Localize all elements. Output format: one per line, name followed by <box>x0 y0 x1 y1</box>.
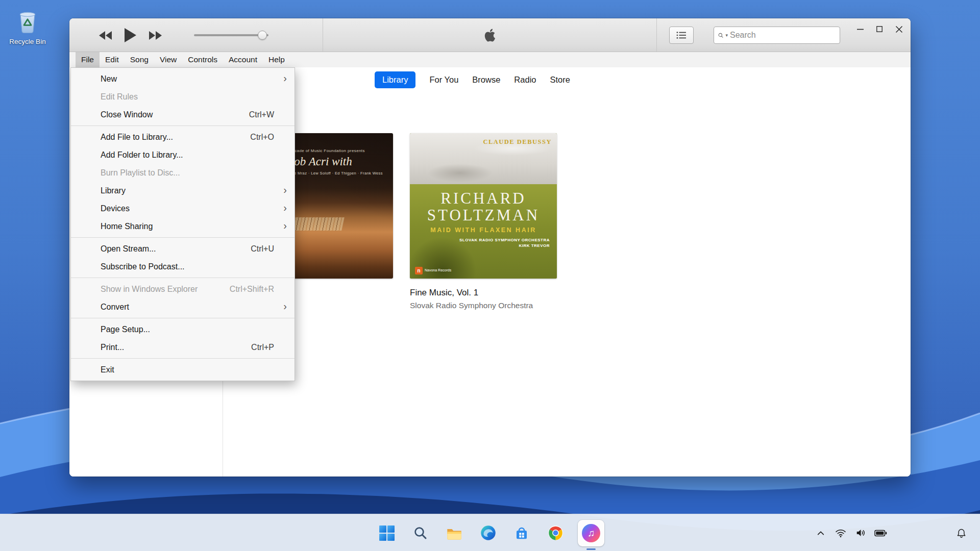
volume-tray-icon[interactable] <box>854 527 867 540</box>
shortcut-label: Ctrl+P <box>251 343 274 352</box>
tab-store[interactable]: Store <box>550 75 570 85</box>
menu-controls[interactable]: Controls <box>182 52 223 67</box>
tab-browse[interactable]: Browse <box>472 75 500 85</box>
menu-song[interactable]: Song <box>125 52 154 67</box>
toolbar-separator <box>323 18 323 52</box>
volume-slider[interactable] <box>194 18 268 52</box>
close-button[interactable] <box>891 21 906 37</box>
menu-separator <box>71 237 295 238</box>
playback-toolbar: ▾ <box>69 18 911 52</box>
tray-chevron-up-icon[interactable] <box>814 527 827 540</box>
album-cover-photo: CLAUDE DEBUSSY <box>410 133 557 184</box>
menu-item-close-window[interactable]: Close Window Ctrl+W <box>71 106 295 123</box>
nav-tabs: Library For You Browse Radio Store <box>375 67 570 92</box>
menu-account[interactable]: Account <box>223 52 263 67</box>
menu-item-library[interactable]: Library › <box>71 182 295 199</box>
windows-logo-icon <box>379 525 395 541</box>
album-cover-subtitle: MAID WITH FLAXEN HAIR <box>410 227 557 234</box>
taskbar-center-icons: ♫ <box>376 514 604 551</box>
menu-separator <box>71 278 295 278</box>
record-label-mark: n <box>415 267 423 274</box>
submenu-chevron-icon: › <box>283 220 287 232</box>
shortcut-label: Ctrl+U <box>251 244 274 254</box>
chrome-icon <box>548 525 564 541</box>
view-list-button[interactable] <box>669 27 694 44</box>
album-cover-lower: RICHARD STOLTZMAN MAID WITH FLAXEN HAIR … <box>410 184 557 279</box>
running-app-indicator <box>586 548 596 550</box>
menu-item-print[interactable]: Print... Ctrl+P <box>71 338 295 356</box>
menu-item-devices[interactable]: Devices › <box>71 199 295 217</box>
maximize-button[interactable] <box>872 21 887 37</box>
minimize-button[interactable] <box>852 21 868 37</box>
menu-separator <box>71 126 295 126</box>
menu-file[interactable]: File <box>76 52 100 67</box>
album-artist: Slovak Radio Symphony Orchestra <box>410 301 533 310</box>
edge-icon <box>480 525 496 541</box>
folder-icon <box>446 526 462 540</box>
menu-help[interactable]: Help <box>263 52 290 67</box>
shortcut-label: Ctrl+Shift+R <box>230 285 274 294</box>
album-cover-composer: CLAUDE DEBUSSY <box>483 138 552 146</box>
submenu-chevron-icon: › <box>283 72 287 84</box>
recycle-bin-shortcut[interactable]: Recycle Bin <box>6 6 49 45</box>
play-button[interactable] <box>125 28 136 42</box>
submenu-chevron-icon: › <box>283 202 287 214</box>
recycle-bin-icon <box>13 6 42 35</box>
menu-view[interactable]: View <box>154 52 182 67</box>
menu-separator <box>71 318 295 318</box>
itunes-taskbar-button[interactable]: ♫ <box>578 520 604 546</box>
menu-edit[interactable]: Edit <box>100 52 125 67</box>
tab-library[interactable]: Library <box>375 71 415 88</box>
menu-separator <box>71 358 295 359</box>
record-label-logo: n Navona Records <box>415 267 451 274</box>
shortcut-label: Ctrl+O <box>250 133 274 142</box>
bell-icon <box>956 528 967 539</box>
itunes-window: ▾ File Edit Song View Controls Account H… <box>69 18 911 477</box>
menu-item-exit[interactable]: Exit <box>71 361 295 379</box>
search-icon <box>718 32 723 39</box>
album-cover-conductor: KIRK TREVOR <box>410 243 557 248</box>
album-cover-artist-line1: RICHARD <box>410 184 557 207</box>
album-caption: Fine Music, Vol. 1 Slovak Radio Symphony… <box>410 288 533 310</box>
battery-icon[interactable] <box>874 527 887 540</box>
search-scope-chevron-icon[interactable]: ▾ <box>725 33 728 38</box>
menu-item-add-file-to-library[interactable]: Add File to Library... Ctrl+O <box>71 128 295 146</box>
menu-item-burn-playlist: Burn Playlist to Disc... <box>71 164 295 182</box>
file-menu-dropdown: New › Edit Rules Close Window Ctrl+W Add… <box>70 67 295 381</box>
recycle-bin-label: Recycle Bin <box>6 38 49 45</box>
edge-browser-button[interactable] <box>477 522 499 544</box>
list-icon <box>676 31 687 40</box>
menu-item-new[interactable]: New › <box>71 70 295 88</box>
menu-item-add-folder-to-library[interactable]: Add Folder to Library... <box>71 146 295 164</box>
taskbar-search-button[interactable] <box>409 522 432 544</box>
volume-track <box>194 34 268 36</box>
tab-radio[interactable]: Radio <box>514 75 536 85</box>
start-button[interactable] <box>376 522 398 544</box>
file-explorer-button[interactable] <box>443 522 465 544</box>
taskbar: ♫ <box>0 514 980 551</box>
notification-bell-button[interactable] <box>956 514 967 551</box>
menu-item-edit-rules: Edit Rules <box>71 88 295 106</box>
window-controls <box>852 21 906 37</box>
album-title: Fine Music, Vol. 1 <box>410 288 533 298</box>
shortcut-label: Ctrl+W <box>249 110 274 119</box>
album-cover-artist-line2: STOLTZMAN <box>410 207 557 224</box>
rewind-button[interactable] <box>99 31 112 40</box>
store-bag-icon <box>514 525 529 541</box>
search-field[interactable]: ▾ <box>714 27 840 44</box>
submenu-chevron-icon: › <box>283 184 287 196</box>
microsoft-store-button[interactable] <box>510 522 533 544</box>
search-input[interactable] <box>730 31 836 40</box>
tab-for-you[interactable]: For You <box>429 75 458 85</box>
menu-item-home-sharing[interactable]: Home Sharing › <box>71 217 295 235</box>
chrome-browser-button[interactable] <box>544 522 567 544</box>
menu-item-subscribe-to-podcast[interactable]: Subscribe to Podcast... <box>71 258 295 276</box>
fast-forward-button[interactable] <box>149 31 162 40</box>
toolbar-separator <box>656 18 657 52</box>
volume-knob[interactable] <box>258 31 267 40</box>
menu-item-open-stream[interactable]: Open Stream... Ctrl+U <box>71 240 295 258</box>
menu-item-convert[interactable]: Convert › <box>71 298 295 316</box>
menu-item-page-setup[interactable]: Page Setup... <box>71 320 295 338</box>
album-tile-fine-music[interactable]: CLAUDE DEBUSSY RICHARD STOLTZMAN MAID WI… <box>410 133 557 279</box>
wifi-icon[interactable] <box>834 527 847 540</box>
